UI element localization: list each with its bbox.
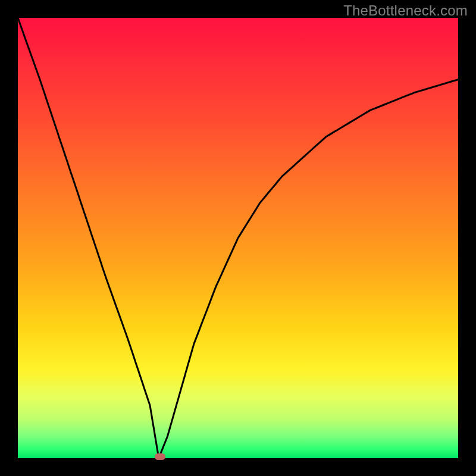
watermark-text: TheBottleneck.com xyxy=(343,2,468,19)
bottleneck-curve xyxy=(18,18,458,458)
minimum-marker xyxy=(155,453,165,460)
chart-frame: TheBottleneck.com xyxy=(0,0,476,476)
plot-area xyxy=(18,18,458,458)
